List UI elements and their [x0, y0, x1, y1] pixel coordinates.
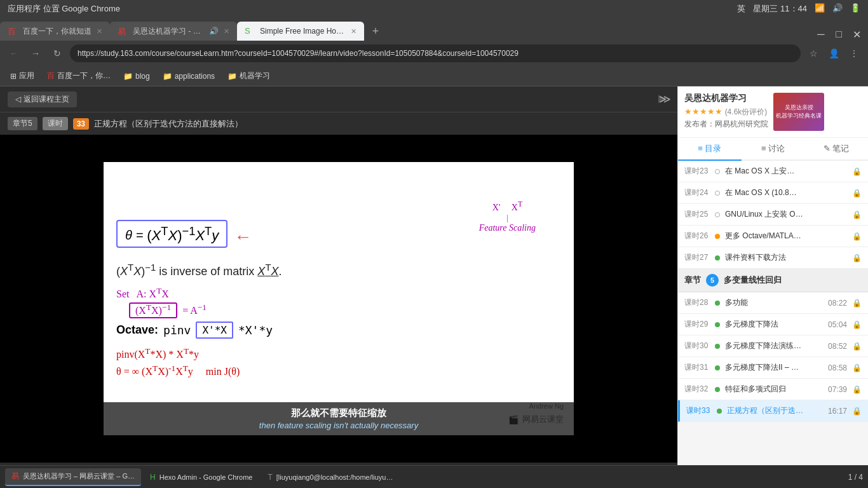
red-formula-1: pinv(XT*X) * XT*y [116, 346, 199, 360]
course-info-text: 吴恩达机器学习 ★★★★★ (4.6k份评价) 发布者：网易杭州研究院 [684, 93, 768, 131]
lesson-dot-30 [715, 344, 720, 349]
bookmark-star-icon[interactable]: ☆ [804, 44, 822, 62]
page-count: 1 / 4 [848, 473, 863, 482]
folder-icon-apps: 📁 [163, 72, 172, 81]
tab-notes[interactable]: ✎ 笔记 [804, 138, 868, 159]
lesson-dot-26 [715, 234, 720, 239]
lesson-duration-29: 05:04 [822, 320, 847, 329]
subtitle-area: 那么就不需要特征缩放 then feature scaling isn't ac… [104, 402, 574, 435]
lesson-lock-27: 🔒 [852, 254, 862, 262]
forward-button[interactable]: → [27, 44, 44, 62]
lesson-num-28: 课时28 [684, 297, 710, 308]
lesson-lock-31: 🔒 [852, 363, 862, 372]
url-input[interactable] [70, 44, 801, 62]
taskbar-item-hexo[interactable]: H Hexo Admin - Google Chrome [144, 468, 259, 486]
lesson-name-26: 更多 Octave/MATLA… [725, 231, 847, 241]
lesson-name-25: GNU/Linux 上安装 O… [725, 209, 847, 220]
left-panel: ◁ 返回课程主页 ▲ ≫ 章节5 课时 33 正规方程（区别于迭代方法的直接解法… [0, 86, 677, 488]
tab-audio-icon[interactable]: 🔊 [209, 27, 219, 36]
lesson-lock-33: 🔒 [852, 407, 862, 416]
lesson-item-29[interactable]: 课时29 多元梯度下降法 05:04 🔒 [678, 314, 868, 336]
lesson-lock-32: 🔒 [852, 385, 862, 394]
minimize-button[interactable]: ─ [815, 28, 827, 41]
close-button[interactable]: ✕ [850, 28, 863, 41]
tab-title-imghost: Simple Free Image Hostin... [260, 27, 346, 36]
subtitle-chinese: 那么就不需要特征缩放 [109, 407, 569, 419]
bookmark-blog[interactable]: 📁 blog [118, 69, 155, 83]
course-publisher: 发布者：网易杭州研究院 [684, 119, 768, 130]
pinv-box: X'*X [196, 322, 233, 339]
tab-wuenda[interactable]: 易 吴恩达机器学习 - 网易... 🔊 ✕ [110, 22, 237, 41]
bookmarks-bar: ⊞ 应用 百 百度一下，你… 📁 blog 📁 applications 📁 机… [0, 66, 868, 86]
tab-close-wuenda[interactable]: ✕ [224, 27, 229, 36]
lesson-duration-28: 08:22 [822, 299, 847, 308]
wifi-icon: 📶 [815, 3, 825, 15]
main-content: ◁ 返回课程主页 ▲ ≫ 章节5 课时 33 正规方程（区别于迭代方法的直接解法… [0, 86, 868, 488]
tab-close-baidu[interactable]: ✕ [97, 27, 102, 36]
battery-icon: 🔋 [850, 3, 860, 15]
lesson-dot-32 [715, 387, 720, 392]
lesson-name-32: 特征和多项式回归 [725, 384, 817, 395]
lesson-item-30[interactable]: 课时30 多元梯度下降法演练… 08:52 🔒 [678, 336, 868, 357]
taskbar-label-wuenda: 吴恩达机器学习 – 网易云课堂 – G… [23, 471, 135, 481]
more-options-icon[interactable]: ⋮ [845, 44, 863, 62]
system-apps[interactable]: 应用程序 位置 Google Chrome [8, 3, 120, 15]
lesson-dot-33 [717, 409, 722, 414]
back-arrow-icon: ◁ [15, 95, 21, 104]
back-button[interactable]: ← [5, 44, 23, 62]
new-tab-button[interactable]: + [364, 22, 387, 41]
octave-line: Octave: pinv X'*X *X'*y [116, 322, 273, 339]
tab-discuss[interactable]: ≡ 讨论 [742, 138, 805, 159]
restore-button[interactable]: □ [832, 28, 845, 41]
lesson-item-33[interactable]: 课时33 正规方程（区别于迭… 16:17 🔒 [678, 400, 868, 422]
taskbar-label-hexo: Hexo Admin - Google Chrome [159, 473, 253, 481]
lesson-item-28[interactable]: 课时28 多功能 08:22 🔒 [678, 292, 868, 314]
course-thumbnail: 吴恩达亲授机器学习经典名课 [773, 93, 824, 131]
course-stars: ★★★★★ [684, 107, 722, 116]
tab-catalog[interactable]: ≡ 目录 [678, 138, 742, 161]
right-panel: 吴恩达机器学习 ★★★★★ (4.6k份评价) 发布者：网易杭州研究院 吴恩达亲… [677, 86, 868, 488]
tab-close-imghost[interactable]: ✕ [351, 27, 356, 36]
course-list[interactable]: 课时23 在 Mac OS X 上安… 🔒 课时24 在 Mac OS X (1… [678, 161, 868, 488]
lesson-number-badge: 33 [73, 118, 89, 130]
lesson-item-27[interactable]: 课时27 课件资料下载方法 🔒 [678, 247, 868, 269]
lesson-item-24[interactable]: 课时24 在 Mac OS X (10.8… 🔒 [678, 182, 868, 204]
lesson-dot-24 [715, 191, 720, 196]
bookmark-applications[interactable]: 📁 applications [158, 69, 220, 83]
lesson-name-31: 多元梯度下降法II – … [725, 362, 817, 373]
taskbar-item-terminal[interactable]: T [liuyuqiang0@localhost:/home/liuyu… [261, 468, 399, 486]
course-info: 吴恩达机器学习 ★★★★★ (4.6k份评价) 发布者：网易杭州研究院 吴恩达亲… [678, 86, 868, 138]
lesson-num-29: 课时29 [684, 319, 710, 330]
video-frame: θ = (XTX)−1XTy ← (XTX)−1 is inverse of m… [104, 162, 574, 435]
back-to-course-button[interactable]: ◁ 返回课程主页 [8, 92, 77, 107]
refresh-button[interactable]: ↻ [48, 44, 66, 62]
lesson-title: 正规方程（区别于迭代方法的直接解法） [94, 118, 243, 130]
apps-grid-icon: ⊞ [10, 72, 17, 81]
tab-title-baidu: 百度一下，你就知道 [23, 26, 92, 37]
lesson-item-25[interactable]: 课时25 GNU/Linux 上安装 O… 🔒 [678, 204, 868, 226]
taskbar-favicon-wuenda: 易 [11, 471, 19, 482]
course-title: 吴恩达机器学习 [684, 93, 768, 104]
bookmark-ml[interactable]: 📁 机器学习 [222, 68, 275, 84]
video-container[interactable]: θ = (XTX)−1XTy ← (XTX)−1 is inverse of m… [0, 135, 677, 463]
red-formula-2: θ = ∞ (XTX)-1XTy min J(θ) [116, 363, 240, 377]
taskbar-item-wuenda[interactable]: 易 吴恩达机器学习 – 网易云课堂 – G… [5, 468, 141, 486]
expand-panel-button[interactable]: ≫ [659, 92, 671, 106]
tab-imghost[interactable]: S Simple Free Image Hostin... ✕ [237, 22, 364, 41]
user-icon[interactable]: 👤 [825, 44, 843, 62]
lesson-header: 章节5 课时 33 正规方程（区别于迭代方法的直接解法） [0, 112, 677, 135]
lesson-num-24: 课时24 [684, 187, 710, 198]
lesson-dot-27 [715, 255, 720, 261]
bookmark-apps[interactable]: ⊞ 应用 [5, 68, 39, 84]
lesson-num-32: 课时32 [684, 384, 710, 395]
tab-favicon-imghost: S [245, 26, 255, 36]
lesson-item-23[interactable]: 课时23 在 Mac OS X 上安… 🔒 [678, 161, 868, 182]
lesson-item-32[interactable]: 课时32 特征和多项式回归 07:39 🔒 [678, 379, 868, 400]
tab-baidu[interactable]: 百 百度一下，你就知道 ✕ [0, 22, 110, 41]
tab-favicon-wuenda: 易 [118, 26, 128, 36]
tab-bar: 百 百度一下，你就知道 ✕ 易 吴恩达机器学习 - 网易... 🔊 ✕ S Si… [0, 18, 868, 41]
lesson-num-33: 课时33 [686, 405, 712, 416]
bookmark-baidu[interactable]: 百 百度一下，你… [42, 68, 116, 84]
lesson-item-31[interactable]: 课时31 多元梯度下降法II – … 08:58 🔒 [678, 357, 868, 379]
lesson-item-26[interactable]: 课时26 更多 Octave/MATLA… 🔒 [678, 226, 868, 247]
